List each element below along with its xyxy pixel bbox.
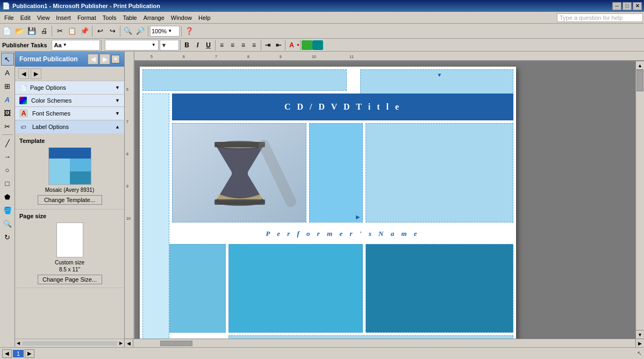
increase-indent-button[interactable]: ⇥ [262,40,273,51]
teal-box-button[interactable] [312,40,323,50]
zoom-tool[interactable]: 🔍 [1,217,14,230]
font-schemes-header[interactable]: A Font Schemes ▼ [15,107,124,120]
undo-button[interactable]: ↩ [94,25,106,37]
menu-format[interactable]: Format [74,13,99,22]
panel-scroll-left[interactable]: ◀ [15,341,22,346]
page-size-name: Custom size [19,260,120,265]
help-button[interactable]: ❓ [183,25,195,37]
menu-insert[interactable]: Insert [53,13,74,22]
rect-tool[interactable]: □ [1,177,14,190]
vertical-scrollbar[interactable]: ▲ ▼ [635,61,644,339]
menu-help[interactable]: Help [195,13,214,22]
zoom-dropdown[interactable]: 100% ▼ [150,26,180,37]
justify-button[interactable]: ≡ [249,40,260,51]
save-button[interactable]: 💾 [26,25,38,37]
panel-scroll-right[interactable]: ▶ [118,341,124,346]
font-schemes-arrow: ▼ [115,111,120,116]
rotate-tool[interactable]: ↻ [1,231,14,243]
canvas-content: ▼ C D / D V D T i t l e [134,61,635,339]
maximize-button[interactable]: □ [622,2,632,10]
font-size-input[interactable]: ▼ [160,40,179,51]
minimize-button[interactable]: ─ [612,2,621,10]
align-center-button[interactable]: ≡ [227,40,238,51]
fmt-sep-2 [215,40,216,51]
menu-arrange[interactable]: Arrange [140,13,168,22]
cd-performer-bar: P e r f o r m e r ' s N a m e [172,225,513,242]
change-page-size-button[interactable]: Change Page Size... [38,275,102,284]
text-tool[interactable]: A [1,66,14,79]
cut-button[interactable]: ✂ [54,25,66,37]
table-tool[interactable]: ⊞ [1,80,14,92]
green-box-button[interactable] [302,40,312,50]
open-button[interactable]: 📂 [13,25,25,37]
change-template-button[interactable]: Change Template... [38,195,102,205]
print-button[interactable]: 🖨 [38,25,50,37]
panel-nav-back[interactable]: ◀ [18,68,29,79]
bold-button[interactable]: B [182,40,192,51]
svg-text:8: 8 [126,152,128,156]
vscroll-down[interactable]: ▼ [636,330,644,339]
paint-tool[interactable]: 🪣 [1,204,14,217]
hscroll-right[interactable]: ▶ [635,339,644,347]
color-schemes-header[interactable]: Color Schemes ▼ [15,95,124,106]
label-options-icon: 🏷 [19,123,28,131]
close-button[interactable]: ✕ [633,2,642,10]
svg-text:5: 5 [151,55,153,59]
help-search-input[interactable]: Type a question for help [557,13,643,22]
autoshape-tool[interactable]: ⬟ [1,190,14,203]
menubar: File Edit View Insert Format Tools Table… [0,12,644,24]
app-icon: 📄 [2,2,10,10]
cd-main-image [172,123,306,222]
new-button[interactable]: 📄 [1,25,13,37]
font-name-input[interactable]: ▼ [105,40,159,51]
zoom-out-button[interactable]: 🔎 [134,25,146,37]
picture-tool[interactable]: 🖼 [1,106,14,119]
arrow-tool[interactable]: → [1,150,14,163]
canvas-with-ruler: 6 7 8 9 10 ▼ [125,61,644,339]
menu-table[interactable]: Table [119,13,140,22]
vscroll-up[interactable]: ▲ [636,61,644,70]
panel-header: Format Publication ◀ ▶ ✕ [15,52,124,67]
panel-close-button[interactable]: ✕ [111,55,120,63]
tasks-sep [101,40,102,51]
hscroll-left[interactable]: ◀ [125,339,133,347]
page-options-section: 📄 Page Options ▼ [15,81,124,95]
panel-hscroll[interactable]: ◀ ▶ [15,339,124,347]
decrease-indent-button[interactable]: ⇤ [273,40,284,51]
redo-button[interactable]: ↪ [106,25,118,37]
fmt-sep-4 [285,40,285,51]
oval-tool[interactable]: ○ [1,163,14,176]
line-tool[interactable]: ╱ [1,137,14,149]
hscroll-thumb[interactable] [160,341,192,346]
wordart-tool[interactable]: A [1,93,14,106]
underline-button[interactable]: U [203,40,214,51]
tasks-dropdown[interactable]: Aa ▼ [52,40,100,51]
select-tool[interactable]: ↖ [1,53,14,66]
zoom-in-button[interactable]: 🔍 [122,25,134,37]
align-left-button[interactable]: ≡ [217,40,227,51]
prev-page-button[interactable]: ◀ [2,349,12,358]
copy-button[interactable]: 📋 [66,25,78,37]
panel-forward-button[interactable]: ▶ [99,54,110,64]
panel-back-button[interactable]: ◀ [88,54,98,64]
font-color-button[interactable]: A [287,40,297,51]
menu-window[interactable]: Window [168,13,195,22]
paste-button[interactable]: 📌 [78,25,90,37]
menu-view[interactable]: View [34,13,53,22]
clip-art-tool[interactable]: ✂ [1,120,14,133]
menu-file[interactable]: File [1,13,17,22]
next-page-button[interactable]: ▶ [25,349,34,358]
menu-tools[interactable]: Tools [99,13,120,22]
label-options-header[interactable]: 🏷 Label Options ▲ [15,120,124,133]
main-content: ↖ A ⊞ A 🖼 ✂ ╱ → ○ □ ⬟ 🪣 🔍 ↻ Format Publi… [0,52,644,347]
page-options-header[interactable]: 📄 Page Options ▼ [15,81,124,94]
panel-nav-forward[interactable]: ▶ [31,68,41,79]
svg-rect-20 [214,142,265,147]
tool-sep-1 [2,134,13,135]
italic-button[interactable]: I [192,40,203,51]
template-thumb-inner [49,148,91,184]
font-schemes-label: Font Schemes [32,110,70,117]
menu-edit[interactable]: Edit [17,13,34,22]
vscroll-thumb[interactable] [636,70,643,91]
align-right-button[interactable]: ≡ [238,40,249,51]
